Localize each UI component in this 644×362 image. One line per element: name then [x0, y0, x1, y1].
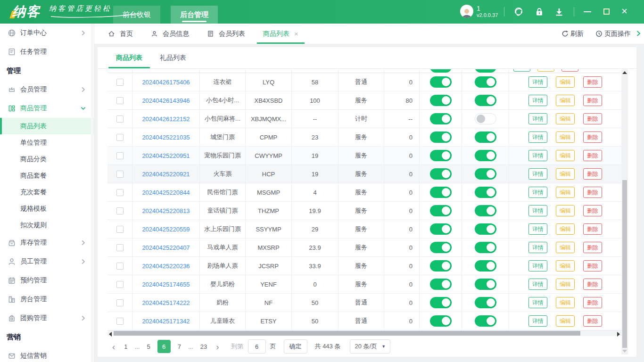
page-number-1[interactable]: 1	[124, 343, 127, 350]
next-page-chevron[interactable]: ›	[216, 342, 219, 351]
product-id-link[interactable]: 20240425220407	[142, 244, 190, 251]
detail-button[interactable]: 详情	[528, 76, 547, 88]
tab-product-list[interactable]: 商品列表	[108, 47, 150, 68]
page-operations-button[interactable]: 页面操作	[595, 24, 631, 44]
sidebar-subitem-扣次规则[interactable]: 扣次规则	[0, 217, 94, 233]
page-operations-chevron-icon[interactable]	[636, 30, 641, 39]
product-id-link[interactable]: 20240425171342	[142, 318, 190, 325]
product-id-link[interactable]: 20240425174655	[142, 281, 190, 288]
product-id-link[interactable]: 20240426143946	[142, 97, 190, 104]
sidebar-item-预约管理[interactable]: 预约管理	[0, 271, 94, 290]
sidebar-item-库存管理[interactable]: 库存管理	[0, 233, 94, 252]
page-tab-1[interactable]: 首页	[102, 24, 139, 44]
toggle-shelf[interactable]	[475, 242, 496, 253]
edit-button[interactable]: 编辑	[556, 279, 575, 290]
sidebar-item-房台管理[interactable]: 房台管理	[0, 290, 94, 309]
toggle-shelf[interactable]	[475, 297, 496, 308]
toggle-shelf[interactable]	[475, 132, 496, 143]
product-id-link[interactable]: 20240425220921	[142, 171, 190, 178]
row-checkbox[interactable]	[116, 281, 124, 288]
sidebar-item-员工管理[interactable]: 员工管理	[0, 252, 94, 271]
row-checkbox[interactable]	[116, 97, 124, 104]
detail-button[interactable]: 详情	[528, 223, 547, 235]
user-block[interactable]: 1 v2.0.0.37	[460, 5, 498, 18]
sidebar-subitem-商品列表[interactable]: 商品列表	[0, 118, 94, 134]
tab-gift-list[interactable]: 礼品列表	[152, 47, 194, 68]
lock-icon[interactable]	[534, 6, 545, 17]
toggle-sale[interactable]	[430, 132, 452, 143]
row-checkbox[interactable]	[116, 244, 124, 251]
customer-service-icon[interactable]	[513, 6, 524, 17]
sidebar-subitem-商品分类[interactable]: 商品分类	[0, 151, 94, 167]
window-minimize-button[interactable]	[584, 11, 591, 12]
page-tab-3[interactable]: 会员列表	[201, 24, 251, 44]
toggle-sale[interactable]	[430, 242, 452, 253]
sidebar-item-任务管理[interactable]: 任务管理	[0, 42, 94, 61]
toggle-shelf[interactable]	[475, 315, 496, 327]
detail-button[interactable]: 详情	[528, 187, 547, 198]
edit-button[interactable]: 编辑	[556, 297, 575, 308]
window-maximize-button[interactable]	[603, 8, 610, 15]
toggle-shelf[interactable]	[475, 223, 496, 235]
toggle-sale[interactable]	[430, 279, 452, 290]
toggle-sale[interactable]	[430, 260, 452, 272]
edit-button[interactable]: 编辑	[556, 242, 575, 253]
sidebar-item-商品管理[interactable]: 商品管理	[0, 99, 94, 118]
product-id-link[interactable]: 20240425220951	[142, 152, 190, 159]
detail-button[interactable]: 详情	[528, 297, 547, 308]
edit-button[interactable]: 编辑	[556, 223, 575, 235]
toggle-sale[interactable]	[430, 168, 452, 180]
toggle-shelf[interactable]	[475, 168, 496, 180]
del-button[interactable]: 删除	[583, 260, 602, 272]
detail-button[interactable]: 详情	[528, 113, 547, 124]
del-button[interactable]: 删除	[583, 76, 602, 88]
nav-front-cashier[interactable]: 前台收银	[113, 6, 160, 24]
page-number-7[interactable]: 7	[178, 343, 181, 350]
del-button[interactable]: 删除	[583, 223, 602, 235]
row-checkbox[interactable]	[116, 171, 124, 178]
product-id-link[interactable]: 20240425221035	[142, 134, 190, 141]
sidebar-subitem-规格模板[interactable]: 规格模板	[0, 200, 94, 217]
vertical-scrollbar-thumb[interactable]	[622, 180, 627, 348]
nav-backend-manage[interactable]: 后台管理	[171, 6, 218, 24]
toggle-sale[interactable]	[430, 297, 452, 308]
product-id-link[interactable]: 20240425220559	[142, 226, 190, 233]
toggle-shelf[interactable]	[475, 113, 496, 124]
window-close-button[interactable]: ×	[621, 5, 627, 17]
page-number-6[interactable]: 6	[157, 340, 171, 353]
goto-page-input[interactable]	[248, 339, 266, 354]
product-id-link[interactable]: 20240425220236	[142, 263, 190, 270]
sidebar-item-会员管理[interactable]: 会员管理	[0, 80, 94, 99]
sidebar-subitem-充次套餐[interactable]: 充次套餐	[0, 184, 94, 200]
del-button[interactable]: 删除	[583, 279, 602, 290]
edit-button[interactable]: 编辑	[556, 76, 575, 88]
del-button[interactable]: 删除	[583, 113, 602, 124]
sidebar-subitem-单位管理[interactable]: 单位管理	[0, 134, 94, 151]
sidebar-subitem-商品套餐[interactable]: 商品套餐	[0, 167, 94, 184]
confirm-page-button[interactable]: 确定	[284, 339, 307, 354]
del-button[interactable]: 删除	[583, 132, 602, 143]
scroll-down-arrow-icon[interactable]	[622, 350, 627, 353]
edit-button[interactable]: 编辑	[556, 113, 575, 124]
toggle-shelf[interactable]	[475, 95, 496, 106]
horizontal-scrollbar-thumb[interactable]	[114, 331, 580, 336]
del-button[interactable]: 删除	[583, 242, 602, 253]
row-checkbox[interactable]	[116, 115, 124, 123]
del-button[interactable]: 删除	[583, 168, 602, 180]
edit-button[interactable]: 编辑	[556, 168, 575, 180]
toggle-sale[interactable]	[430, 76, 452, 88]
toggle-shelf[interactable]	[475, 260, 496, 272]
horizontal-scrollbar[interactable]	[107, 330, 621, 336]
toggle-shelf[interactable]	[475, 205, 496, 216]
toggle-sale[interactable]	[430, 315, 452, 327]
edit-button[interactable]: 编辑	[556, 95, 575, 106]
product-id-link[interactable]: 20240426122152	[142, 115, 190, 123]
toggle-shelf[interactable]	[475, 76, 496, 88]
detail-button[interactable]: 详情	[528, 205, 547, 216]
del-button[interactable]: 删除	[583, 95, 602, 106]
row-checkbox[interactable]	[116, 263, 124, 270]
page-number-23[interactable]: 23	[200, 343, 207, 350]
detail-button[interactable]: 详情	[528, 150, 547, 161]
del-button[interactable]: 删除	[583, 297, 602, 308]
toggle-sale[interactable]	[430, 223, 452, 235]
